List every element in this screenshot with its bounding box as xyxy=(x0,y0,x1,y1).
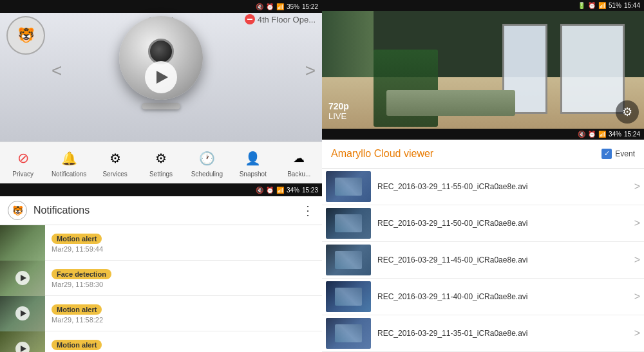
left-panel: 🔇 ⏰ 📶 35% 15:22 🐯 11 / 24 4th Floor Ope.… xyxy=(0,0,322,352)
recording-item-1[interactable]: REC_2016-03-29_11-55-00_iCRa0ae8e.avi > xyxy=(322,169,644,205)
privacy-label: Privacy xyxy=(12,171,33,178)
camera-name-text: 4th Floor Ope... xyxy=(258,15,316,24)
app-logo-area: 🐯 xyxy=(6,16,45,55)
play-button[interactable] xyxy=(145,61,177,93)
time-right: 15:44 xyxy=(624,2,640,9)
notif-date-2: Mar29, 11:58:30 xyxy=(52,281,316,288)
notif-thumb-img-1 xyxy=(0,225,45,261)
notification-item-3[interactable]: Motion alert Mar29, 11:58:22 xyxy=(0,296,322,331)
notif-badge-3: Motion alert xyxy=(52,304,102,315)
live-status: LIVE xyxy=(328,111,349,121)
toolbar-item-notifications[interactable]: 🔔 Notifications xyxy=(46,148,91,178)
notif-date-1: Mar29, 11:59:44 xyxy=(52,245,316,253)
notif-thumb-1 xyxy=(0,225,45,261)
snapshot-label: Snapshot xyxy=(240,171,267,178)
notif-thumb-4-wrap xyxy=(0,331,45,353)
camera-device xyxy=(119,16,203,109)
room-window-right xyxy=(560,24,625,114)
play-triangle-3 xyxy=(21,310,26,317)
notif-content-3: Motion alert Mar29, 11:58:22 xyxy=(45,301,322,326)
notif-content-1: Motion alert Mar29, 11:59:44 xyxy=(45,230,322,255)
event-checkbox[interactable]: ✓ Event xyxy=(601,149,635,159)
settings-label: Settings xyxy=(149,171,173,178)
app-logo: 🐯 xyxy=(6,16,45,55)
cloud-viewer-header: Amaryllo Cloud viewer ✓ Event xyxy=(322,140,644,169)
nav-next-button[interactable]: > xyxy=(305,60,316,81)
services-label: Services xyxy=(102,171,127,178)
no-entry-icon xyxy=(245,14,255,24)
camera-base xyxy=(142,103,180,109)
rec-thumb-img-3 xyxy=(326,245,371,275)
rec-filename-2: REC_2016-03-29_11-50-00_iCRa0ae8e.avi xyxy=(377,219,631,228)
notif-play-icon-3 xyxy=(15,306,30,320)
notifications-list: Motion alert Mar29, 11:59:44 Face detect… xyxy=(0,225,322,352)
notif-thumb-2-wrap xyxy=(0,261,45,296)
alarm-icon-mid: ⏰ xyxy=(266,187,274,194)
alarm-icon-right: ⏰ xyxy=(588,2,596,9)
notifications-panel: 🐯 Notifications ⋮ Motion alert Mar29, 11… xyxy=(0,196,322,352)
recording-item-2[interactable]: REC_2016-03-29_11-50-00_iCRa0ae8e.avi > xyxy=(322,205,644,242)
toolbar-item-backup[interactable]: ☁ Backu... xyxy=(276,148,322,178)
rec-arrow-1: > xyxy=(634,181,640,192)
rec-thumb-img-4 xyxy=(326,281,371,312)
notification-item-1[interactable]: Motion alert Mar29, 11:59:44 xyxy=(0,225,322,261)
status-bar-mid-left: 🔇 ⏰ 📶 34% 15:23 xyxy=(0,183,322,196)
rec-thumb-img-5 xyxy=(326,318,371,349)
rec-thumb-img-1 xyxy=(326,171,371,202)
notif-play-icon-2 xyxy=(15,271,30,285)
signal-icon-mid: 📶 xyxy=(276,187,284,194)
cloud-viewer-title: Amaryllo Cloud viewer xyxy=(331,148,601,160)
toolbar-item-settings[interactable]: ⚙ Settings xyxy=(138,148,184,178)
rec-thumb-4 xyxy=(326,281,371,312)
time-left: 15:22 xyxy=(302,3,318,10)
rec-thumb-img-2 xyxy=(326,208,371,239)
camera-lens xyxy=(148,39,174,64)
mute-icon-mid: 🔇 xyxy=(256,187,263,194)
toolbar-item-scheduling[interactable]: 🕐 Scheduling xyxy=(184,148,230,178)
live-resolution: 720p xyxy=(328,101,349,111)
notifications-icon: 🔔 xyxy=(59,148,79,169)
nav-prev-button[interactable]: < xyxy=(52,60,62,81)
toolbar-item-privacy[interactable]: ⊘ Privacy xyxy=(0,148,46,178)
recording-item-5[interactable]: REC_2016-03-29_11-35-01_iCRa0ae8e.avi > xyxy=(322,315,644,352)
notification-item-4[interactable]: Motion alert Mar29, 11:57:00 xyxy=(0,331,322,352)
rec-arrow-4: > xyxy=(634,291,640,302)
status-bar-mid-right: 🔇 ⏰ 📶 34% 15:24 xyxy=(322,129,644,140)
mute-icon-mid-right: 🔇 xyxy=(578,131,585,138)
rec-arrow-3: > xyxy=(634,254,640,266)
recording-item-4[interactable]: REC_2016-03-29_11-40-00_iCRa0ae8e.avi > xyxy=(322,279,644,315)
play-triangle-4 xyxy=(21,346,26,352)
backup-icon: ☁ xyxy=(289,148,309,169)
camera-ball xyxy=(119,16,203,100)
battery-left: 35% xyxy=(287,3,299,10)
notification-item-2[interactable]: Face detection Mar29, 11:58:30 xyxy=(0,261,322,296)
toolbar-item-services[interactable]: ⚙ Services xyxy=(92,148,138,178)
recording-item-3[interactable]: REC_2016-03-29_11-45-00_iCRa0ae8e.avi > xyxy=(322,242,644,279)
live-badge: 720p LIVE xyxy=(328,101,349,121)
time-mid-left: 15:23 xyxy=(302,187,318,194)
status-bar-top-right: 🔋 ⏰ 📶 51% 15:44 xyxy=(322,0,644,11)
notif-date-3: Mar29, 11:58:22 xyxy=(52,316,316,324)
rec-thumb-1 xyxy=(326,171,371,202)
snapshot-icon: 👤 xyxy=(243,148,263,169)
rec-filename-5: REC_2016-03-29_11-35-01_iCRa0ae8e.avi xyxy=(377,329,631,338)
notif-logo: 🐯 xyxy=(8,201,27,220)
rec-filename-3: REC_2016-03-29_11-45-00_iCRa0ae8e.avi xyxy=(377,255,631,264)
toolbar-item-snapshot[interactable]: 👤 Snapshot xyxy=(230,148,276,178)
recording-list: REC_2016-03-29_11-55-00_iCRa0ae8e.avi > … xyxy=(322,169,644,352)
battery-right: 51% xyxy=(609,2,621,9)
notifications-header: 🐯 Notifications ⋮ xyxy=(0,196,322,225)
camera-name-header: 4th Floor Ope... xyxy=(245,14,316,24)
notif-thumb-3-wrap xyxy=(0,296,45,331)
rec-arrow-2: > xyxy=(634,218,640,229)
backup-label: Backu... xyxy=(287,171,310,178)
status-bar-top-left: 🔇 ⏰ 📶 35% 15:22 xyxy=(0,0,322,13)
alarm-icon: ⏰ xyxy=(266,3,274,10)
signal-icon: 📶 xyxy=(276,3,284,10)
rec-thumb-2 xyxy=(326,208,371,239)
camera-view: 🔇 ⏰ 📶 35% 15:22 🐯 11 / 24 4th Floor Ope.… xyxy=(0,0,322,142)
notifications-menu-button[interactable]: ⋮ xyxy=(301,203,314,218)
notif-content-2: Face detection Mar29, 11:58:30 xyxy=(45,265,322,291)
play-triangle-icon xyxy=(156,71,168,84)
furniture-table xyxy=(386,90,515,116)
